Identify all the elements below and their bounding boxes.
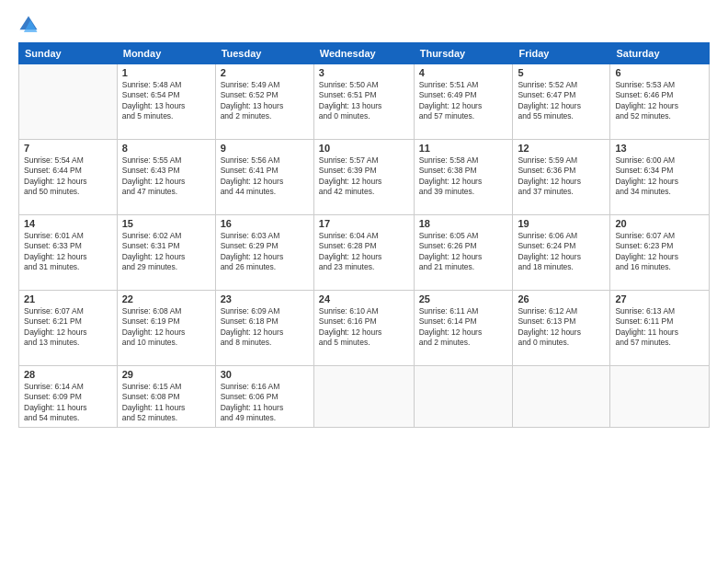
calendar-week-row: 28Sunrise: 6:14 AM Sunset: 6:09 PM Dayli… [19,366,710,428]
logo [18,15,42,35]
day-number: 24 [319,293,409,304]
day-info: Sunrise: 6:11 AM Sunset: 6:14 PM Dayligh… [419,306,508,349]
calendar-cell [513,366,610,428]
calendar-cell: 2Sunrise: 5:49 AM Sunset: 6:52 PM Daylig… [215,64,313,140]
calendar-cell: 1Sunrise: 5:48 AM Sunset: 6:54 PM Daylig… [117,64,215,140]
day-info: Sunrise: 6:15 AM Sunset: 6:08 PM Dayligh… [122,382,210,424]
day-info: Sunrise: 5:58 AM Sunset: 6:38 PM Dayligh… [419,155,508,198]
calendar-cell: 27Sunrise: 6:13 AM Sunset: 6:11 PM Dayli… [610,291,710,366]
calendar-cell: 9Sunrise: 5:56 AM Sunset: 6:41 PM Daylig… [215,140,313,215]
day-info: Sunrise: 6:13 AM Sunset: 6:11 PM Dayligh… [615,306,704,349]
logo-icon [18,15,39,35]
calendar-cell: 10Sunrise: 5:57 AM Sunset: 6:39 PM Dayli… [313,140,414,215]
calendar-table: SundayMondayTuesdayWednesdayThursdayFrid… [18,42,710,428]
calendar-day-header: Wednesday [313,43,414,64]
day-info: Sunrise: 5:53 AM Sunset: 6:46 PM Dayligh… [615,80,704,122]
calendar-cell: 29Sunrise: 6:15 AM Sunset: 6:08 PM Dayli… [117,366,215,428]
day-info: Sunrise: 5:48 AM Sunset: 6:54 PM Dayligh… [122,80,210,122]
day-number: 4 [419,67,508,78]
calendar-cell: 19Sunrise: 6:06 AM Sunset: 6:24 PM Dayli… [513,215,610,291]
calendar-cell: 28Sunrise: 6:14 AM Sunset: 6:09 PM Dayli… [19,366,118,428]
calendar-cell [19,64,118,140]
day-info: Sunrise: 6:01 AM Sunset: 6:33 PM Dayligh… [24,231,112,273]
day-info: Sunrise: 5:56 AM Sunset: 6:41 PM Dayligh… [221,155,309,198]
calendar-cell [610,366,710,428]
day-number: 30 [221,369,309,380]
calendar-cell: 15Sunrise: 6:02 AM Sunset: 6:31 PM Dayli… [117,215,215,291]
calendar-day-header: Tuesday [215,43,313,64]
day-number: 1 [122,67,210,78]
day-number: 8 [122,143,210,154]
day-number: 2 [221,67,309,78]
day-info: Sunrise: 6:06 AM Sunset: 6:24 PM Dayligh… [518,231,605,273]
day-info: Sunrise: 5:54 AM Sunset: 6:44 PM Dayligh… [24,155,112,198]
day-info: Sunrise: 6:03 AM Sunset: 6:29 PM Dayligh… [221,231,309,273]
calendar-cell: 17Sunrise: 6:04 AM Sunset: 6:28 PM Dayli… [313,215,414,291]
calendar-cell: 16Sunrise: 6:03 AM Sunset: 6:29 PM Dayli… [215,215,313,291]
day-info: Sunrise: 5:55 AM Sunset: 6:43 PM Dayligh… [122,155,210,198]
day-number: 11 [419,143,508,154]
calendar-cell: 6Sunrise: 5:53 AM Sunset: 6:46 PM Daylig… [610,64,710,140]
calendar-week-row: 7Sunrise: 5:54 AM Sunset: 6:44 PM Daylig… [19,140,710,215]
calendar-cell: 24Sunrise: 6:10 AM Sunset: 6:16 PM Dayli… [313,291,414,366]
day-number: 3 [319,67,409,78]
day-number: 22 [122,293,210,304]
day-info: Sunrise: 5:57 AM Sunset: 6:39 PM Dayligh… [319,155,409,198]
calendar-day-header: Sunday [19,43,118,64]
day-info: Sunrise: 6:10 AM Sunset: 6:16 PM Dayligh… [319,306,409,349]
day-number: 5 [518,67,605,78]
day-number: 9 [221,143,309,154]
calendar-cell: 20Sunrise: 6:07 AM Sunset: 6:23 PM Dayli… [610,215,710,291]
calendar-cell: 12Sunrise: 5:59 AM Sunset: 6:36 PM Dayli… [513,140,610,215]
calendar-cell: 4Sunrise: 5:51 AM Sunset: 6:49 PM Daylig… [414,64,513,140]
day-number: 26 [518,293,605,304]
day-number: 15 [122,218,210,229]
calendar-cell: 5Sunrise: 5:52 AM Sunset: 6:47 PM Daylig… [513,64,610,140]
day-info: Sunrise: 6:08 AM Sunset: 6:19 PM Dayligh… [122,306,210,349]
day-number: 17 [319,218,409,229]
day-info: Sunrise: 5:52 AM Sunset: 6:47 PM Dayligh… [518,80,605,122]
calendar-cell: 14Sunrise: 6:01 AM Sunset: 6:33 PM Dayli… [19,215,118,291]
day-number: 19 [518,218,605,229]
day-number: 18 [419,218,508,229]
page: SundayMondayTuesdayWednesdayThursdayFrid… [0,0,728,563]
calendar-cell [414,366,513,428]
day-info: Sunrise: 6:14 AM Sunset: 6:09 PM Dayligh… [24,382,112,424]
day-number: 20 [615,218,704,229]
calendar-cell: 7Sunrise: 5:54 AM Sunset: 6:44 PM Daylig… [19,140,118,215]
day-info: Sunrise: 5:59 AM Sunset: 6:36 PM Dayligh… [518,155,605,198]
day-info: Sunrise: 6:16 AM Sunset: 6:06 PM Dayligh… [221,382,309,424]
calendar-cell: 11Sunrise: 5:58 AM Sunset: 6:38 PM Dayli… [414,140,513,215]
calendar-cell: 23Sunrise: 6:09 AM Sunset: 6:18 PM Dayli… [215,291,313,366]
day-number: 13 [615,143,704,154]
day-number: 6 [615,67,704,78]
calendar-day-header: Friday [513,43,610,64]
day-number: 7 [24,143,112,154]
day-number: 29 [122,369,210,380]
day-number: 14 [24,218,112,229]
day-info: Sunrise: 6:12 AM Sunset: 6:13 PM Dayligh… [518,306,605,349]
day-number: 23 [221,293,309,304]
day-number: 16 [221,218,309,229]
day-info: Sunrise: 5:50 AM Sunset: 6:51 PM Dayligh… [319,80,409,122]
calendar-cell: 8Sunrise: 5:55 AM Sunset: 6:43 PM Daylig… [117,140,215,215]
calendar-week-row: 1Sunrise: 5:48 AM Sunset: 6:54 PM Daylig… [19,64,710,140]
day-info: Sunrise: 6:07 AM Sunset: 6:23 PM Dayligh… [615,231,704,273]
day-info: Sunrise: 6:09 AM Sunset: 6:18 PM Dayligh… [221,306,309,349]
day-info: Sunrise: 5:49 AM Sunset: 6:52 PM Dayligh… [221,80,309,122]
calendar-cell: 26Sunrise: 6:12 AM Sunset: 6:13 PM Dayli… [513,291,610,366]
day-info: Sunrise: 6:07 AM Sunset: 6:21 PM Dayligh… [24,306,112,349]
day-number: 21 [24,293,112,304]
day-number: 12 [518,143,605,154]
calendar-header-row: SundayMondayTuesdayWednesdayThursdayFrid… [19,43,710,64]
day-info: Sunrise: 5:51 AM Sunset: 6:49 PM Dayligh… [419,80,508,122]
calendar-day-header: Saturday [610,43,710,64]
calendar-week-row: 14Sunrise: 6:01 AM Sunset: 6:33 PM Dayli… [19,215,710,291]
day-info: Sunrise: 6:04 AM Sunset: 6:28 PM Dayligh… [319,231,409,273]
calendar-cell [313,366,414,428]
calendar-cell: 25Sunrise: 6:11 AM Sunset: 6:14 PM Dayli… [414,291,513,366]
day-number: 27 [615,293,704,304]
calendar-cell: 21Sunrise: 6:07 AM Sunset: 6:21 PM Dayli… [19,291,118,366]
day-info: Sunrise: 6:05 AM Sunset: 6:26 PM Dayligh… [419,231,508,273]
calendar-cell: 18Sunrise: 6:05 AM Sunset: 6:26 PM Dayli… [414,215,513,291]
